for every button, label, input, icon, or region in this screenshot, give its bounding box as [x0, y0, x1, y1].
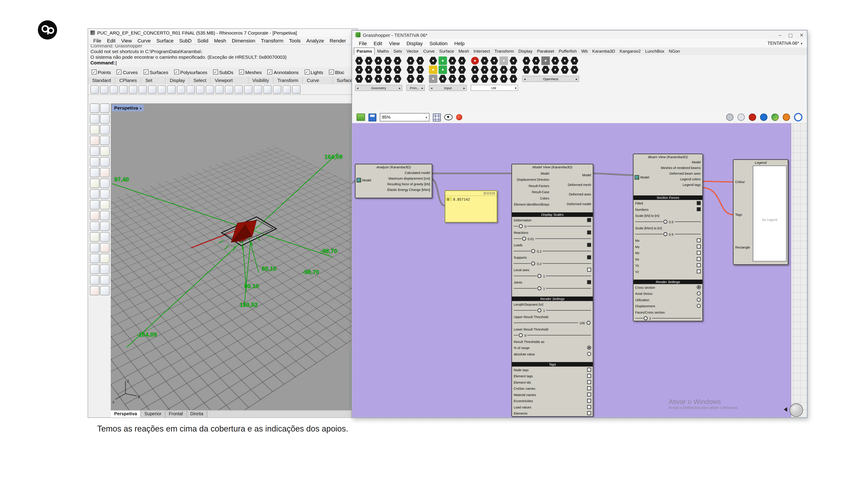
legend-component[interactable]: Legend Colour Tags Rectangle No Legend	[733, 159, 788, 265]
component-tab[interactable]: Wb	[579, 48, 590, 55]
rhino-menu-item[interactable]: File	[90, 37, 104, 43]
component-tab[interactable]: Maths	[375, 48, 391, 55]
viewport-title[interactable]: Perspetiva▾	[112, 105, 144, 111]
rhino-menu-item[interactable]: Render	[327, 37, 349, 43]
toolbar-icon[interactable]	[406, 66, 415, 74]
checkbox[interactable]	[587, 399, 591, 403]
toolbar-icon[interactable]	[100, 243, 110, 253]
slider-handle[interactable]	[644, 316, 648, 320]
input-model[interactable]: Model	[357, 178, 371, 183]
checkbox[interactable]	[697, 251, 701, 255]
toolbar-icon[interactable]	[100, 168, 110, 177]
checkbox[interactable]	[587, 268, 591, 272]
toolbar-icon[interactable]	[471, 57, 479, 65]
viewport-tab[interactable]: Perspetiva	[111, 411, 141, 418]
toolbar-icon[interactable]	[119, 85, 128, 94]
gh-menu-item[interactable]: File	[355, 40, 370, 46]
toolbar-icon[interactable]	[509, 66, 518, 74]
slider-handle[interactable]	[663, 232, 667, 236]
toolbar-icon[interactable]	[393, 66, 402, 74]
slider-handle[interactable]	[519, 333, 523, 337]
slider-row[interactable]: 0	[512, 223, 593, 230]
radio-button[interactable]	[697, 298, 701, 302]
preview-eye-icon[interactable]	[444, 114, 453, 121]
checkbox[interactable]	[587, 243, 591, 247]
selection-filter[interactable]: ✓Bloc	[329, 69, 344, 75]
slider-handle[interactable]	[519, 224, 523, 228]
toolbar-icon[interactable]	[365, 66, 373, 74]
toolbar-icon[interactable]	[561, 57, 569, 65]
checkbox[interactable]	[697, 238, 701, 242]
toolbar-icon[interactable]	[532, 57, 540, 65]
selection-filter[interactable]: ✓Points	[92, 69, 111, 75]
analyze-component[interactable]: Analyze (Karamba3D) Model Calculated mod…	[355, 164, 432, 198]
checkbox[interactable]	[697, 207, 701, 212]
paint-icon[interactable]	[456, 114, 463, 121]
checkbox[interactable]: ✓	[329, 70, 334, 75]
component-tab[interactable]: Vector	[404, 48, 421, 55]
toolbar-icon[interactable]	[167, 85, 176, 94]
output-param[interactable]: Calculated model	[387, 170, 430, 176]
toolbar-icon[interactable]	[458, 66, 466, 74]
input-param[interactable]: Result-Case	[513, 189, 549, 196]
component-tab[interactable]: Curve	[421, 48, 437, 55]
toolbar-icon[interactable]	[292, 85, 301, 94]
canvas-toolbar-icon[interactable]	[726, 113, 734, 121]
output-param[interactable]: Deformed model	[567, 199, 591, 209]
toolbar-tab[interactable]: Viewport Layout	[211, 77, 248, 84]
toolbar-icon[interactable]	[100, 286, 110, 295]
toolbar-icon[interactable]	[448, 66, 457, 74]
gh-menu-item[interactable]: Edit	[370, 40, 385, 46]
slider-row[interactable]: 1	[512, 307, 593, 314]
toolbar-icon[interactable]	[100, 232, 110, 242]
output-param[interactable]: Legend tags	[661, 182, 701, 188]
output-param[interactable]: Elastic Energy Change [kNm]	[387, 187, 430, 193]
slider-row[interactable]: 1	[512, 273, 593, 279]
toolbar-icon[interactable]	[158, 85, 166, 94]
checkbox[interactable]: ✓	[144, 70, 149, 75]
checkbox[interactable]: ✓	[304, 70, 309, 75]
checkbox[interactable]	[697, 257, 701, 261]
toolbar-icon[interactable]	[490, 74, 499, 83]
radio-button[interactable]	[697, 304, 701, 308]
toolbar-tab[interactable]: Display	[166, 77, 190, 84]
rhino-menu-item[interactable]: Solid	[194, 37, 211, 43]
selection-filter[interactable]: ✓Lights	[304, 69, 323, 75]
slider-handle[interactable]	[531, 249, 535, 253]
slider-row[interactable]: 0.5	[633, 231, 703, 237]
viewport-tab[interactable]: Direita	[187, 411, 207, 418]
slider-handle[interactable]	[537, 274, 541, 278]
gh-menu-item[interactable]: Help	[451, 40, 468, 46]
toolbar-icon[interactable]	[129, 85, 137, 94]
rhino-menu-item[interactable]: Mesh	[211, 37, 229, 43]
viewport-tab[interactable]: Superior	[141, 411, 165, 418]
checkbox[interactable]	[587, 386, 591, 390]
input-param[interactable]: Model	[513, 170, 549, 177]
component-tab[interactable]: Surface	[437, 48, 456, 55]
output-param[interactable]: Deformed beam axes	[661, 170, 701, 176]
toolbar-icon[interactable]	[355, 66, 364, 74]
checkbox[interactable]	[587, 411, 591, 415]
slider-handle[interactable]	[531, 262, 535, 266]
slider-handle[interactable]	[522, 237, 526, 241]
radio-button[interactable]	[587, 352, 591, 356]
toolbar-icon[interactable]	[100, 200, 110, 210]
toolbar-icon[interactable]	[100, 189, 110, 199]
toolbar-tab[interactable]: Curve Tools	[303, 77, 333, 84]
rhino-menu-item[interactable]: Edit	[104, 37, 118, 43]
selection-filter[interactable]: ✓Curves	[117, 69, 138, 75]
toolbar-icon[interactable]	[458, 74, 466, 83]
output-param[interactable]: Resulting force of gravity [kN]	[387, 182, 430, 187]
toolbar-icon[interactable]	[100, 157, 110, 167]
toolbar-icon[interactable]	[393, 57, 402, 65]
slider-handle[interactable]	[587, 321, 591, 325]
grasshopper-canvas[interactable]: Analyze (Karamba3D) Model Calculated mod…	[352, 123, 807, 418]
toolbar-icon[interactable]	[471, 74, 479, 83]
toolbar-icon[interactable]	[283, 85, 291, 94]
slider-row[interactable]: 0.01	[512, 236, 593, 242]
component-tab[interactable]: Kangaroo2	[617, 48, 643, 55]
toolbar-icon[interactable]	[365, 74, 373, 83]
canvas-compass-widget[interactable]	[789, 403, 803, 417]
slider-handle[interactable]	[537, 287, 541, 291]
slider-handle[interactable]	[537, 308, 541, 313]
